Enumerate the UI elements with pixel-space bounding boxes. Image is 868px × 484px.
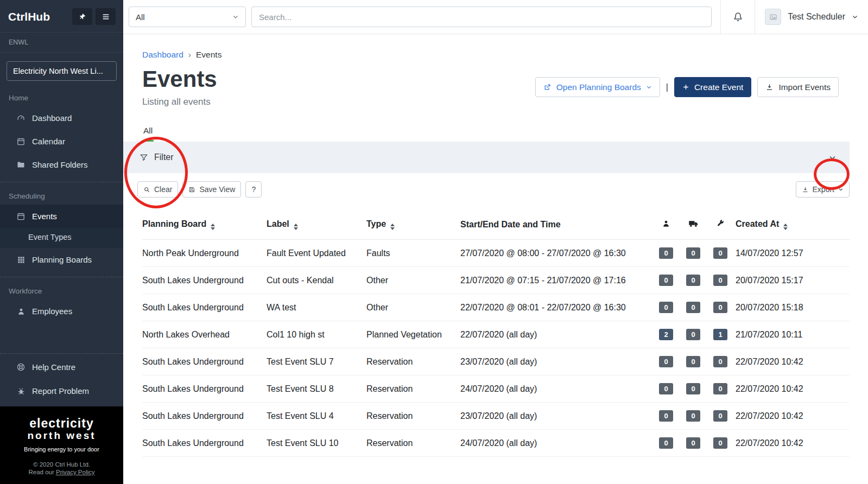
vehicles-count-badge: 0 (686, 247, 700, 259)
filter-toggle[interactable]: Filter (140, 152, 174, 162)
breadcrumb-separator: › (188, 50, 191, 60)
table-row[interactable]: South Lakes Underground Test Event SLU 4… (142, 403, 850, 430)
search-input[interactable] (251, 7, 712, 27)
filter-bar[interactable]: Filter (123, 142, 850, 173)
sidebar-item-shared-folders[interactable]: Shared Folders (0, 153, 123, 176)
column-header-type[interactable]: Type (366, 214, 460, 240)
cell-label: Test Event SLU 4 (267, 403, 366, 430)
wrench-icon (716, 219, 725, 228)
open-planning-boards-button[interactable]: Open Planning Boards (535, 77, 660, 97)
page-subtitle: Listing all events (142, 97, 217, 107)
save-view-button[interactable]: Save View (182, 181, 241, 198)
export-button[interactable]: Export (796, 181, 850, 198)
cell-type: Other (366, 267, 460, 294)
org-selector[interactable]: Electricity North West Li... (7, 61, 117, 81)
cell-datetime: 24/07/2020 (all day) (460, 430, 654, 457)
sort-icon[interactable] (294, 224, 298, 230)
people-count-badge: 0 (659, 302, 673, 313)
sidebar-item-planning-boards[interactable]: Planning Boards (0, 248, 123, 271)
save-icon (188, 186, 195, 193)
cell-created-at: 20/07/2020 15:18 (736, 294, 850, 321)
sidebar-item-dashboard[interactable]: Dashboard (0, 106, 123, 130)
equipment-count-badge: 0 (713, 247, 727, 259)
column-header-equipment[interactable] (708, 214, 736, 240)
sort-icon[interactable] (211, 224, 215, 230)
filter-collapse-chevron-icon[interactable] (828, 154, 837, 162)
cell-type: Reservation (366, 430, 460, 457)
sort-icon[interactable] (783, 224, 788, 230)
privacy-policy-link[interactable]: Privacy Policy (56, 469, 95, 475)
cell-type: Planned Vegetation (366, 321, 460, 348)
download-icon (802, 186, 809, 193)
create-event-button[interactable]: Create Event (674, 77, 751, 97)
sidebar-nav: Home Dashboard Calendar Shared Folders S… (0, 84, 123, 323)
magnifier-icon (143, 186, 150, 193)
cell-type: Faults (366, 240, 460, 267)
cell-label: Test Event SLU 7 (267, 348, 366, 375)
vehicles-count-badge: 0 (686, 356, 700, 367)
vehicles-count-badge: 0 (686, 437, 700, 449)
scope-select-value: All (136, 12, 145, 22)
person-icon (662, 219, 670, 228)
equipment-count-badge: 0 (713, 410, 727, 422)
table-row[interactable]: North Lakes Overhead Col1 10 high st Pla… (142, 321, 850, 348)
cell-label: Test Event SLU 8 (267, 375, 366, 403)
sidebar-item-employees[interactable]: Employees (0, 300, 123, 323)
scope-select[interactable]: All (129, 7, 246, 27)
table-row[interactable]: South Lakes Underground Cut outs - Kenda… (142, 267, 850, 294)
clear-button[interactable]: Clear (137, 181, 178, 198)
privacy-line: Read our Privacy Policy (5, 469, 118, 475)
vehicles-count-badge: 0 (686, 410, 700, 422)
table-row[interactable]: North Peak Underground Fault Event Updat… (142, 240, 850, 267)
people-count-badge: 0 (659, 247, 673, 259)
sidebar-bottom: Help Centre Report Problem electricity n… (0, 348, 123, 484)
section-label-home: Home (0, 84, 123, 106)
export-label: Export (813, 185, 834, 194)
avatar (765, 9, 781, 25)
column-header-vehicles[interactable] (681, 214, 708, 240)
sidebar-item-calendar[interactable]: Calendar (0, 130, 123, 153)
cell-datetime: 27/07/2020 @ 08:00 - 27/07/2020 @ 16:30 (460, 240, 654, 267)
cell-type: Other (366, 294, 460, 321)
sort-icon[interactable] (390, 224, 395, 230)
user-menu[interactable]: Test Scheduler (755, 9, 868, 25)
tab-all[interactable]: All (142, 126, 154, 142)
sidebar-item-label: Planning Boards (32, 255, 92, 264)
import-events-button[interactable]: Import Events (757, 77, 839, 97)
cell-planning-board: South Lakes Underground (142, 267, 267, 294)
sidebar-menu-button[interactable] (96, 8, 116, 25)
cell-created-at: 22/07/2020 10:42 (736, 348, 850, 375)
table-row[interactable]: South Lakes Underground WA test Other 22… (142, 294, 850, 321)
sidebar-item-events[interactable]: Events (0, 205, 123, 228)
page-title: Events (142, 67, 217, 92)
sidebar-item-report-problem[interactable]: Report Problem (0, 379, 123, 406)
cell-created-at: 14/07/2020 12:57 (736, 240, 850, 267)
people-count-badge: 0 (659, 383, 673, 394)
column-header-created-at[interactable]: Created At (736, 214, 850, 240)
chevron-down-icon (232, 14, 239, 20)
cell-created-at: 21/07/2020 10:11 (736, 321, 850, 348)
people-count-badge: 0 (659, 437, 673, 449)
table-row[interactable]: South Lakes Underground Test Event SLU 1… (142, 430, 850, 457)
column-header-planning-board[interactable]: Planning Board (142, 214, 267, 240)
copyright-text: © 2020 Ctrl Hub Ltd. (5, 461, 118, 468)
equipment-count-badge: 1 (713, 329, 727, 340)
column-header-people[interactable] (654, 214, 681, 240)
table-row[interactable]: South Lakes Underground Test Event SLU 8… (142, 375, 850, 403)
chevron-down-icon (838, 187, 844, 192)
filter-label: Filter (154, 152, 174, 162)
import-events-label: Import Events (778, 82, 831, 92)
pin-sidebar-button[interactable] (72, 8, 92, 25)
breadcrumb-current: Events (196, 50, 221, 60)
equipment-count-badge: 0 (713, 437, 727, 449)
table-row[interactable]: South Lakes Underground Test Event SLU 7… (142, 348, 850, 375)
sidebar-item-event-types[interactable]: Event Types (0, 228, 123, 248)
app-logo: CtrlHub (8, 10, 50, 23)
download-icon (765, 83, 774, 91)
column-header-label[interactable]: Label (267, 214, 366, 240)
folder-icon (16, 160, 26, 169)
sidebar-item-help-centre[interactable]: Help Centre (0, 354, 123, 379)
help-button[interactable]: ? (245, 181, 262, 198)
notifications-button[interactable] (721, 11, 755, 23)
breadcrumb-dashboard-link[interactable]: Dashboard (142, 50, 183, 60)
